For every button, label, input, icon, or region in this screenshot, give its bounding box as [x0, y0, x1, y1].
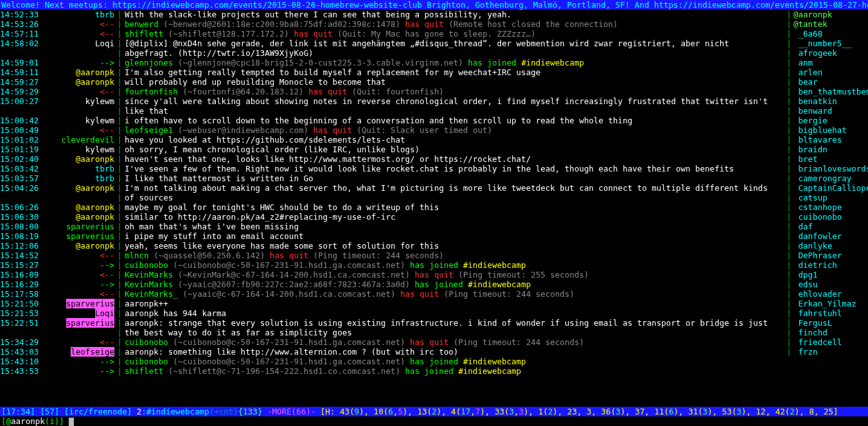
chat-line: 15:02:40@aaronpk|haven't seen that one, … — [0, 154, 784, 164]
nicklist-item[interactable]: | Erkan_Yilmaz — [784, 299, 868, 308]
chat-line: 15:00:42kylewm|i often have to scroll do… — [0, 116, 784, 125]
nick: --> — [100, 357, 114, 366]
chat-line: 15:12:06@aaronpk|yeah, seems like everyo… — [0, 241, 784, 251]
nicklist-item[interactable]: | ben_thatmustbeme — [784, 87, 868, 96]
nicklist-item[interactable]: | fahrstuhl — [784, 308, 868, 318]
nicklist-item[interactable]: | daf — [784, 222, 868, 231]
nick: sparverius — [66, 318, 114, 328]
status-bar: [17:34] [57] [irc/freenode] 2:#indiewebc… — [0, 407, 868, 416]
nick: kylewm — [85, 96, 114, 106]
chat-line: 15:43:03leofseige|aaronpk: something lik… — [0, 347, 784, 357]
nicklist-item[interactable]: | bigbluehat — [784, 125, 868, 135]
nicklist-item[interactable]: | braidn — [784, 145, 868, 154]
nick: <-- — [100, 289, 114, 299]
chat-line: 14:59:11@aaronpk|I'm also getting really… — [0, 67, 784, 77]
nicklist-item[interactable]: | frzn — [784, 347, 868, 357]
chat-line: 14:58:02Loqi|[@diplix] @nxD4n sehe gerad… — [0, 39, 784, 48]
chat-line: 15:00:27kylewm|since y'all were talking … — [0, 96, 784, 106]
nicklist-item[interactable]: | DePhraser — [784, 251, 868, 260]
nick: sparverius — [66, 299, 114, 308]
nick: @aaronpk — [76, 212, 114, 222]
nicklist-item[interactable]: | camerongray — [784, 173, 868, 183]
nick: @aaronpk — [76, 202, 114, 212]
nicklist-item[interactable]: | anm — [784, 58, 868, 67]
chat-line: 14:59:29<--|fourtonfish (~fourtonfi@64.2… — [0, 87, 784, 96]
nicklist-item[interactable]: | danfowler — [784, 231, 868, 241]
chat-line: 15:08:00sparverius|oh man that's what i'… — [0, 222, 784, 231]
chat-line: 15:21:50sparverius|aaronpk++ — [0, 299, 784, 308]
nick: tbrb — [95, 10, 114, 19]
chat-line: 15:01:19kylewm|oh sorry, I mean chronolo… — [0, 145, 784, 154]
nick: <-- — [100, 251, 114, 260]
nick-list[interactable]: |@aaronpk|@tantek| _6a68| __number5__| a… — [784, 10, 868, 407]
nicklist-item[interactable]: | ehlovader — [784, 289, 868, 299]
nicklist-item[interactable]: | brianloveswords — [784, 164, 868, 173]
nicklist-item[interactable]: | edsu — [784, 280, 868, 289]
nicklist-item[interactable]: | catsup — [784, 193, 868, 202]
chat-line: 15:00:49<--|leofseige1 (~webuser@indiewe… — [0, 125, 784, 135]
nick: <-- — [100, 29, 114, 39]
chat-line: 15:03:57tbrb|I like that mattermost is w… — [0, 173, 784, 183]
nick: sparverius — [66, 231, 114, 241]
nick: @aaronpk — [76, 67, 114, 77]
nicklist-item[interactable]: | afrogeek — [784, 48, 868, 58]
chat-line: 15:43:53-->|shiflett (~shiflett@c-71-196… — [0, 366, 784, 376]
chat-line: 14:59:27@aaronpk|will probably end up re… — [0, 77, 784, 87]
chat-line: |the best way to do it as far as simplic… — [0, 328, 784, 337]
input-bar[interactable]: [@aaronpk(i)] — [0, 416, 868, 426]
nicklist-item[interactable]: | _6a68 — [784, 29, 868, 39]
nicklist-item[interactable]: | CaptainCalliope — [784, 183, 868, 193]
nick: <-- — [100, 125, 114, 135]
nicklist-item[interactable]: | benatkin — [784, 96, 868, 106]
nicklist-item[interactable]: | bergie — [784, 116, 868, 125]
nick: leofseige — [71, 347, 114, 357]
nicklist-item[interactable]: | danlyke — [784, 241, 868, 251]
nicklist-item[interactable]: | dpg1 — [784, 270, 868, 280]
chat-line: 15:08:19sparverius|i pipe my stuff into … — [0, 231, 784, 241]
chat-line: 15:43:10-->|cuibonobo (~cuibonobo@c-50-1… — [0, 357, 784, 366]
chat-line: 15:14:52<--|mlncn (~quassel@50.250.6.142… — [0, 251, 784, 260]
nicklist-item[interactable]: | benward — [784, 106, 868, 116]
nicklist-item[interactable]: | finchd — [784, 328, 868, 337]
nicklist-item[interactable]: | FergusL — [784, 318, 868, 328]
nick: @aaronpk — [76, 183, 114, 193]
chat-line: 15:04:26@aaronpk|I'm not talking about m… — [0, 183, 784, 193]
nicklist-item[interactable]: |@tantek — [784, 19, 868, 29]
chat-line: 15:06:26@aaronpk|maybe my goal for tonig… — [0, 202, 784, 212]
nick: <-- — [100, 19, 114, 29]
title-bar: Welcome! Next meetups: https://indiewebc… — [0, 0, 868, 10]
chat-line: |abgefragt. (http://twtr.io/13AW9XjyKoG) — [0, 48, 784, 58]
chat-line: 15:16:09<--|KevinMarks (~KevinMark@c-67-… — [0, 270, 784, 280]
chat-line: 15:22:51sparverius|aaronpk: strange that… — [0, 318, 784, 328]
nick: @aaronpk — [76, 77, 114, 87]
nicklist-item[interactable]: | arlen — [784, 67, 868, 77]
nicklist-item[interactable]: | bltavares — [784, 135, 868, 145]
nick: --> — [100, 280, 114, 289]
chat-line: 15:06:30@aaronpk|similar to http://aaron… — [0, 212, 784, 222]
nick: cleverdevil — [61, 135, 114, 145]
chat-line: |of sources — [0, 193, 784, 202]
nick: tbrb — [95, 173, 114, 183]
nicklist-item[interactable]: | cuibonobo — [784, 212, 868, 222]
nick: kylewm — [85, 145, 114, 154]
chat-line: 14:52:33tbrb|With the slack-like project… — [0, 10, 784, 19]
nicklist-item[interactable]: | dietrich — [784, 260, 868, 270]
nicklist-item[interactable]: | bret — [784, 154, 868, 164]
chat-line: 15:34:29<--|cuibonobo (~cuibonobo@c-50-1… — [0, 337, 784, 347]
chat-line: 15:15:27-->|cuibonobo (~cuibonobo@c-50-1… — [0, 260, 784, 270]
chat-line: 14:53:26<--|benwerd (~benwerd@2601:18e:c… — [0, 19, 784, 29]
nick: --> — [100, 58, 114, 67]
chat-line: 15:01:02cleverdevil|have you looked at h… — [0, 135, 784, 145]
nicklist-item[interactable]: | cstanhope — [784, 202, 868, 212]
nicklist-item[interactable]: | friedcell — [784, 337, 868, 347]
chat-line: 15:21:53Loqi|aaronpk has 944 karma — [0, 308, 784, 318]
nicklist-item[interactable]: | __number5__ — [784, 39, 868, 48]
chat-line: 14:57:11<--|shiflett (~shiflett@128.177.… — [0, 29, 784, 39]
nick: <-- — [100, 337, 114, 347]
nicklist-item[interactable]: | bear — [784, 77, 868, 87]
chat-log[interactable]: 14:52:33tbrb|With the slack-like project… — [0, 10, 784, 407]
nicklist-item[interactable]: |@aaronpk — [784, 10, 868, 19]
chat-line: |like that — [0, 106, 784, 116]
nick: @aaronpk — [76, 241, 114, 251]
nick: --> — [100, 260, 114, 270]
